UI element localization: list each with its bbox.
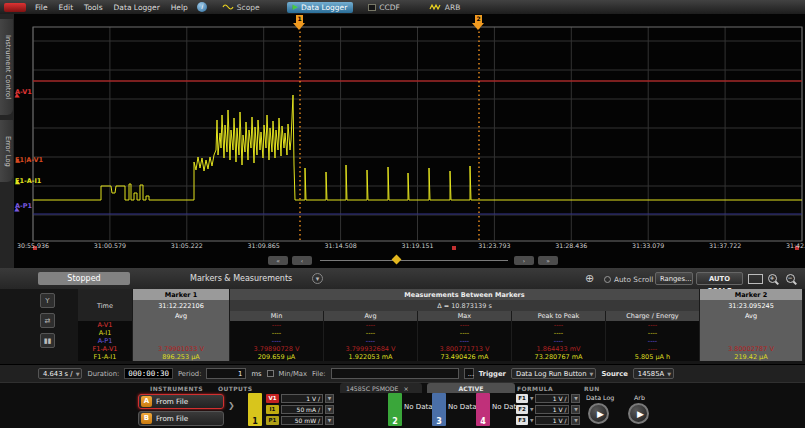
- tab-data-logger[interactable]: ▶ Data Logger: [287, 2, 354, 13]
- menu-item-help[interactable]: Help: [171, 3, 188, 12]
- info-icon[interactable]: i: [197, 2, 207, 12]
- period-input[interactable]: 1: [206, 368, 246, 379]
- menu-item-edit[interactable]: Edit: [59, 3, 74, 12]
- marker-2-flag[interactable]: 2: [472, 15, 485, 31]
- panel-collapse-chevron[interactable]: ▾: [312, 273, 323, 284]
- f2-scale-dropdown[interactable]: 1 V /: [535, 405, 569, 414]
- chevron-down-icon[interactable]: ▼: [530, 396, 533, 401]
- channel-3-bar[interactable]: 3: [432, 393, 446, 426]
- menu-item-data-logger[interactable]: Data Logger: [114, 3, 160, 12]
- p1-scale-dropdown[interactable]: 50 mW /: [281, 416, 323, 425]
- scroll-first-button[interactable]: «: [268, 256, 288, 265]
- tab-ccdf[interactable]: CCDF: [362, 2, 406, 13]
- zoom-in-icon[interactable]: +: [768, 274, 777, 283]
- chevron-down-icon[interactable]: ▼: [571, 405, 580, 414]
- marker-1-flag[interactable]: 1: [293, 15, 306, 31]
- table-row-f1-a-i1: F1-A-I1896.253 µA209.659 µA1.922053 mA73…: [78, 353, 803, 361]
- auto-scroll-label[interactable]: Auto Scroll: [614, 275, 653, 284]
- value-cell: ----: [324, 329, 418, 337]
- tab-arb[interactable]: ARB: [423, 2, 467, 13]
- sliders-icon-button[interactable]: ⇄: [40, 313, 55, 328]
- chevron-down-icon[interactable]: ▼: [530, 407, 533, 412]
- waveform-chart[interactable]: A-V1▶F1|A-V1▶F1-A-I1▶A-P1▶ 12 30:55.9363…: [0, 14, 805, 268]
- chevron-down-icon[interactable]: ▼: [530, 418, 533, 423]
- active-tab[interactable]: ACTIVE: [427, 383, 515, 393]
- output-p1-row: P150 mW /▼: [266, 416, 334, 425]
- channel-label-f1-a-v1[interactable]: F1|A-V1▶: [15, 157, 43, 170]
- channel-1-bar[interactable]: 1: [248, 393, 262, 426]
- chevron-down-icon[interactable]: ▼: [325, 394, 334, 403]
- file-input[interactable]: [331, 368, 459, 379]
- channel-label-f1-a-i1[interactable]: F1-A-I1▶: [15, 178, 41, 191]
- instruments-section-label: INSTRUMENTS: [150, 385, 203, 392]
- value-cell: ----: [606, 337, 700, 345]
- value-cell: 3.80002787 V: [700, 345, 803, 353]
- chevron-down-icon[interactable]: ▼: [571, 416, 580, 425]
- instrument-a-from-file-button[interactable]: A From File: [138, 394, 224, 409]
- i1-scale-dropdown[interactable]: 50 mA /: [281, 405, 323, 414]
- menu: FileEditToolsData LoggerHelp: [35, 3, 188, 12]
- app-window: FileEditToolsData LoggerHelp i Scope ▶ D…: [0, 0, 805, 428]
- scroll-last-button[interactable]: »: [538, 256, 558, 265]
- expand-arrow-icon[interactable]: ❯: [228, 401, 235, 410]
- chevron-down-icon[interactable]: ▼: [325, 416, 334, 425]
- channel-label-a-v1[interactable]: A-V1▶: [15, 89, 32, 102]
- tools-icon-button[interactable]: Y: [40, 293, 55, 308]
- file-tab[interactable]: 14585C PSMODE ×: [340, 383, 422, 393]
- crosshair-icon[interactable]: ⊕: [585, 272, 594, 285]
- value-cell: 1.864433 mV: [512, 345, 606, 353]
- scroll-prev-button[interactable]: ‹: [292, 256, 312, 265]
- chevron-down-icon[interactable]: ▼: [571, 394, 580, 403]
- data-log-play-button[interactable]: ▶: [588, 403, 609, 424]
- menu-item-tools[interactable]: Tools: [84, 3, 102, 12]
- trigger-dropdown[interactable]: Data Log Run Button▼: [511, 368, 597, 379]
- arb-wave-icon: [429, 3, 442, 11]
- side-panel: Instrument Control Error Log: [0, 14, 14, 268]
- formula-section-label: FORMULA: [517, 385, 553, 392]
- f1-scale-dropdown[interactable]: 1 V /: [535, 394, 569, 403]
- marker1-header[interactable]: Marker 1: [133, 289, 230, 300]
- logging-settings-bar: 4.643 s /▼ Duration: 000:00:30 Period: 1…: [0, 364, 805, 382]
- scroll-next-button[interactable]: ›: [514, 256, 534, 265]
- scroll-thumb[interactable]: [392, 255, 402, 265]
- v1-scale-dropdown[interactable]: 1 V /: [281, 394, 323, 403]
- scroll-track[interactable]: [320, 260, 508, 261]
- chevron-down-icon[interactable]: ▼: [325, 405, 334, 414]
- sidebar-tab-error-log[interactable]: Error Log: [0, 120, 13, 182]
- columns-icon-button[interactable]: ▮▮: [40, 333, 55, 348]
- value-cell: ----: [512, 329, 606, 337]
- zoom-out-icon[interactable]: −: [786, 274, 795, 283]
- outputs-section-label: OUTPUTS: [218, 385, 253, 392]
- arb-play-button[interactable]: ▶: [628, 403, 649, 424]
- ranges-button[interactable]: Ranges...: [655, 272, 693, 285]
- minmax-label: Min/Max: [279, 370, 307, 378]
- channel-4-bar[interactable]: 4: [476, 393, 490, 426]
- value-cell: 896.253 µA: [133, 353, 230, 361]
- marker2-header[interactable]: Marker 2: [700, 289, 803, 300]
- menu-item-file[interactable]: File: [35, 3, 48, 12]
- tab-scope[interactable]: Scope: [216, 2, 266, 13]
- row-label: F1-A-V1: [78, 345, 133, 353]
- auto-scroll-toggle[interactable]: [604, 276, 611, 283]
- minmax-checkbox[interactable]: [267, 370, 274, 377]
- channel-2-bar[interactable]: 2: [388, 393, 402, 426]
- f3-scale-dropdown[interactable]: 1 V /: [535, 416, 569, 425]
- time-tick-label: 31:09.865: [234, 242, 294, 249]
- chart-toolbar: Stopped Markers & Measurements ▾ ⊕ Auto …: [0, 268, 805, 289]
- duration-display: 000:00:30: [124, 368, 173, 379]
- file-browse-button[interactable]: ...: [464, 368, 474, 379]
- auto-scale-button[interactable]: AUTO SCALE: [696, 272, 743, 285]
- source-dropdown[interactable]: 14585A▼: [633, 368, 674, 379]
- sidebar-tab-instrument-control[interactable]: Instrument Control: [0, 19, 13, 115]
- duration-label: Duration:: [87, 370, 119, 378]
- arb-label: Arb: [634, 394, 645, 401]
- channel-label-a-p1[interactable]: A-P1▶: [15, 203, 32, 216]
- marker1-time: 31:12.222106: [133, 300, 230, 311]
- time-scale-dropdown[interactable]: 4.643 s /▼: [38, 368, 82, 379]
- close-icon[interactable]: ×: [404, 385, 409, 392]
- fit-screen-icon[interactable]: [748, 274, 763, 284]
- instrument-b-from-file-button[interactable]: B From File: [138, 411, 224, 426]
- instrument-b-label: From File: [156, 414, 188, 423]
- status-stopped-button[interactable]: Stopped: [38, 272, 130, 285]
- period-unit[interactable]: ms: [251, 370, 261, 378]
